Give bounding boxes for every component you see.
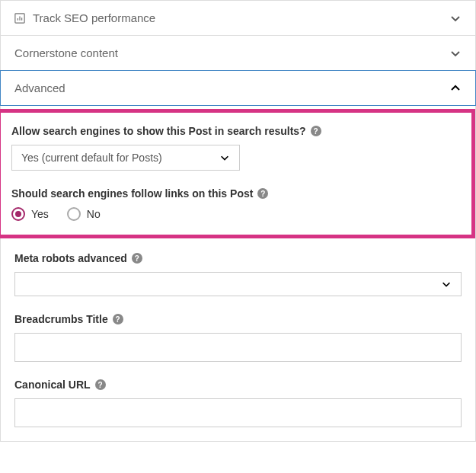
advanced-content: Allow search engines to show this Post i… bbox=[1, 105, 475, 441]
chevron-down-icon bbox=[449, 12, 462, 24]
section-header-advanced[interactable]: Advanced bbox=[0, 70, 476, 106]
canonical-input[interactable] bbox=[14, 398, 462, 427]
section-title-cornerstone: Cornerstone content bbox=[14, 46, 118, 59]
section-header-left: Track SEO performance bbox=[14, 11, 155, 24]
section-header-seo[interactable]: Track SEO performance bbox=[1, 1, 475, 36]
chart-icon bbox=[14, 13, 25, 24]
help-icon[interactable]: ? bbox=[132, 253, 142, 264]
select-value: Yes (current default for Posts) bbox=[21, 152, 162, 164]
breadcrumbs-input[interactable] bbox=[14, 333, 462, 362]
field-label: Canonical URL ? bbox=[14, 379, 462, 391]
section-header-left: Advanced bbox=[14, 81, 65, 94]
settings-panel: Track SEO performance Cornerstone conten… bbox=[0, 0, 476, 442]
radio-label: No bbox=[87, 208, 101, 220]
help-icon[interactable]: ? bbox=[113, 314, 123, 324]
field-label: Allow search engines to show this Post i… bbox=[11, 125, 461, 137]
field-label: Breadcrumbs Title ? bbox=[14, 313, 462, 325]
section-header-cornerstone[interactable]: Cornerstone content bbox=[1, 36, 475, 71]
label-text: Allow search engines to show this Post i… bbox=[11, 125, 306, 137]
radio-circle bbox=[67, 207, 81, 221]
chevron-down-icon bbox=[441, 279, 452, 289]
section-header-left: Cornerstone content bbox=[14, 46, 118, 59]
field-follow-links: Should search engines follow links on th… bbox=[11, 187, 461, 221]
chevron-down-icon bbox=[219, 152, 230, 163]
highlight-box: Allow search engines to show this Post i… bbox=[0, 109, 475, 238]
field-breadcrumbs: Breadcrumbs Title ? bbox=[14, 313, 462, 362]
label-text: Breadcrumbs Title bbox=[14, 313, 108, 325]
field-label: Meta robots advanced ? bbox=[14, 252, 462, 264]
chevron-up-icon bbox=[449, 82, 462, 94]
section-title-seo: Track SEO performance bbox=[33, 11, 155, 24]
help-icon[interactable]: ? bbox=[311, 126, 321, 136]
radio-label: Yes bbox=[31, 208, 49, 220]
label-text: Canonical URL bbox=[14, 379, 91, 391]
field-canonical: Canonical URL ? bbox=[14, 379, 462, 427]
follow-links-radio-group: Yes No bbox=[11, 207, 461, 221]
label-text: Meta robots advanced bbox=[14, 252, 127, 264]
radio-option-no[interactable]: No bbox=[67, 207, 101, 221]
meta-robots-select[interactable] bbox=[14, 272, 462, 296]
field-meta-robots: Meta robots advanced ? bbox=[14, 252, 462, 296]
field-label: Should search engines follow links on th… bbox=[11, 187, 461, 200]
field-allow-search: Allow search engines to show this Post i… bbox=[11, 125, 461, 171]
allow-search-select[interactable]: Yes (current default for Posts) bbox=[11, 145, 240, 171]
radio-circle bbox=[11, 207, 25, 221]
help-icon[interactable]: ? bbox=[95, 379, 106, 390]
radio-dot bbox=[15, 211, 21, 217]
radio-option-yes[interactable]: Yes bbox=[11, 207, 49, 221]
help-icon[interactable]: ? bbox=[257, 188, 268, 199]
chevron-down-icon bbox=[449, 47, 462, 59]
label-text: Should search engines follow links on th… bbox=[11, 187, 253, 200]
section-title-advanced: Advanced bbox=[14, 81, 65, 94]
